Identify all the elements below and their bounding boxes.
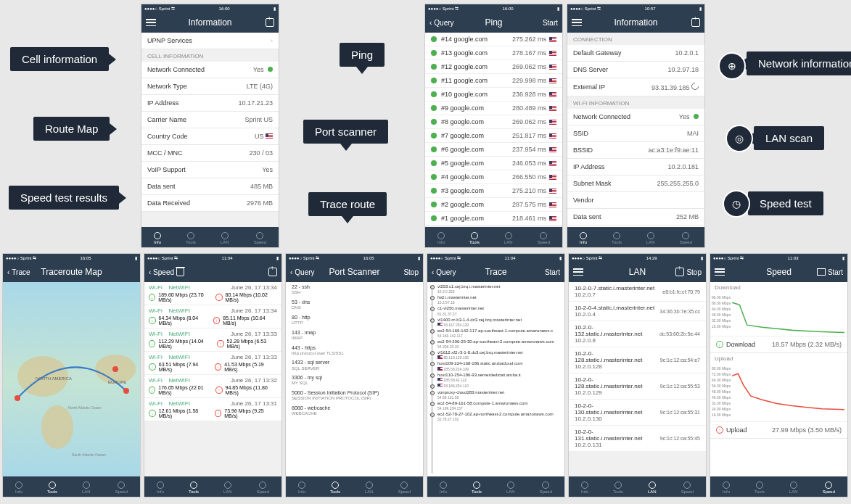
tab-tools[interactable]: Tools bbox=[189, 482, 199, 494]
label-ping: Ping bbox=[340, 43, 385, 67]
share-button[interactable] bbox=[268, 268, 277, 276]
nav-title: Information bbox=[567, 17, 704, 28]
phone-lan: ●●●●○ Sprint ⇋14:29▮ LAN Stop 10-2-0-7.s… bbox=[568, 253, 707, 497]
back-button[interactable]: ‹ Trace bbox=[7, 268, 30, 276]
lan-device-row[interactable]: 10-2-0-131.static.i.masterinter.net10.2.… bbox=[569, 426, 706, 452]
book-button[interactable] bbox=[817, 268, 826, 276]
back-button[interactable]: ‹ Speed bbox=[149, 268, 174, 276]
menu-button[interactable] bbox=[146, 19, 156, 26]
tab-speed[interactable]: Speed bbox=[823, 482, 835, 494]
lan-device-row[interactable]: 10-2-0-130.static.i.masterinter.net10.2.… bbox=[569, 400, 706, 426]
trash-button[interactable] bbox=[176, 268, 184, 276]
tab-info[interactable]: Info bbox=[157, 482, 164, 494]
tab-lan[interactable]: LAN bbox=[646, 232, 655, 244]
trace-hop: 93.186.254.110 bbox=[430, 383, 562, 389]
tab-info[interactable]: Info bbox=[723, 482, 730, 494]
back-button[interactable]: ‹ Query bbox=[432, 268, 456, 276]
tab-lan[interactable]: LAN bbox=[506, 482, 515, 494]
start-button[interactable]: Start bbox=[543, 19, 558, 27]
tab-speed[interactable]: Speed bbox=[257, 482, 269, 494]
share-button[interactable] bbox=[266, 18, 274, 27]
lan-device-row[interactable]: 10-2-0-128.static.i.masterinter.net10.2.… bbox=[569, 347, 706, 373]
tab-lan[interactable]: LAN bbox=[789, 482, 798, 494]
row-upnp[interactable]: UPNP Services› bbox=[141, 33, 279, 49]
share-button[interactable] bbox=[675, 268, 684, 276]
speed-result-row[interactable]: Wi-Fi NetWIFIJune 26, 17 13:34↓64.34 Mbp… bbox=[144, 305, 281, 329]
tab-speed[interactable]: Speed bbox=[398, 482, 411, 494]
tab-info[interactable]: Info bbox=[440, 482, 447, 494]
tab-tools[interactable]: Tools bbox=[186, 232, 196, 244]
tab-lan[interactable]: LAN bbox=[221, 232, 229, 244]
lan-device-row[interactable]: 10-2-0-132.static.i.masterinter.net10.2.… bbox=[569, 321, 706, 347]
upload-result-row: ↑Upload 27.99 Mbps (3.50 MB/s) bbox=[710, 422, 847, 439]
tab-lan[interactable]: LAN bbox=[504, 232, 513, 244]
tab-info[interactable]: Info bbox=[581, 482, 588, 494]
tab-tools[interactable]: Tools bbox=[472, 482, 482, 494]
info-row: VoIP SupportYes bbox=[141, 162, 279, 178]
phone-trace: ●●●●○ Sprint ⇋11:04▮ ‹ Query Trace Start… bbox=[427, 253, 565, 497]
tab-bar: Info Tools LAN Speed bbox=[141, 227, 279, 248]
speed-result-row[interactable]: Wi-Fi NetWIFIJune 26, 17 13:32↓176.05 Mb… bbox=[144, 375, 281, 398]
section-cell-info: CELL INFORMATION bbox=[141, 49, 279, 62]
speed-result-row[interactable]: Wi-Fi NetWIFIJune 26, 17 13:34↓189.60 Mb… bbox=[144, 282, 281, 305]
netinfo-row: Vendor bbox=[567, 192, 704, 209]
phone-ping: ●●●●○ Sprint ⇋16:00▮ ‹ Query Ping Start … bbox=[424, 4, 563, 248]
tab-speed[interactable]: Speed bbox=[115, 482, 128, 494]
tab-lan[interactable]: LAN bbox=[648, 482, 657, 494]
tab-lan[interactable]: LAN bbox=[223, 482, 232, 494]
start-button[interactable]: Start bbox=[828, 268, 843, 276]
map-view[interactable]: NORTH AMERICA EUROPE North Atlantic Ocea… bbox=[3, 282, 140, 476]
label-port-scanner: Port scanner bbox=[303, 120, 388, 144]
tab-speed[interactable]: Speed bbox=[680, 232, 692, 244]
trace-hop: vl253.c1.cej.brq.i.masterinter.net10.2.0… bbox=[430, 284, 562, 294]
tab-speed[interactable]: Speed bbox=[681, 482, 694, 494]
label-speed-results: Speed test results bbox=[9, 186, 119, 210]
stop-button[interactable]: Stop bbox=[686, 268, 702, 276]
tab-lan[interactable]: LAN bbox=[82, 482, 91, 494]
tab-speed[interactable]: Speed bbox=[538, 232, 550, 244]
tab-speed[interactable]: Speed bbox=[540, 482, 552, 494]
upload-value: 27.99 Mbps (3.50 MB/s) bbox=[772, 426, 842, 434]
back-button[interactable]: ‹ Query bbox=[429, 19, 454, 27]
info-row: Carrier NameSprint US bbox=[141, 112, 279, 128]
tab-info[interactable]: Info bbox=[580, 232, 587, 244]
tab-info[interactable]: Info bbox=[154, 232, 161, 244]
tab-tools[interactable]: Tools bbox=[47, 482, 57, 494]
svg-point-5 bbox=[112, 366, 118, 372]
tab-tools[interactable]: Tools bbox=[755, 482, 765, 494]
phone-trace-map: ●●●●○ Sprint ⇋16:05▮ ‹ Trace Traceroute … bbox=[2, 253, 141, 497]
stop-button[interactable]: Stop bbox=[403, 268, 419, 276]
start-button[interactable]: Start bbox=[545, 268, 560, 276]
tab-tools[interactable]: Tools bbox=[612, 232, 622, 244]
tab-info[interactable]: Info bbox=[298, 482, 305, 494]
lan-device-row[interactable]: 10-2-0-7.static.i.masterinter.net10.2.0.… bbox=[569, 282, 706, 302]
menu-button[interactable] bbox=[573, 268, 583, 276]
speed-result-row[interactable]: Wi-Fi NetWIFIJune 26, 17 13:33↓112.29 Mb… bbox=[144, 329, 281, 352]
tab-speed[interactable]: Speed bbox=[254, 232, 266, 244]
tab-info[interactable]: Info bbox=[437, 232, 445, 244]
refresh-icon[interactable] bbox=[690, 81, 700, 91]
speed-result-row[interactable]: Wi-Fi NetWIFIJune 26, 17 13:33↓63.51 Mbp… bbox=[144, 352, 281, 375]
speed-result-row[interactable]: Wi-Fi NetWIFIJune 26, 17 13:31↓12.61 Mbp… bbox=[144, 398, 281, 421]
phone-speed-test: ●●●●○ Sprint ⇋11:03▮ Speed Start Downloa… bbox=[710, 253, 848, 497]
back-button[interactable]: ‹ Query bbox=[290, 268, 315, 276]
tab-tools[interactable]: Tools bbox=[613, 482, 623, 494]
tab-info[interactable]: Info bbox=[15, 482, 22, 494]
lan-device-row[interactable]: 10-2-0-4.static.i.masterinter.net10.2.0.… bbox=[569, 302, 706, 321]
svg-point-2 bbox=[41, 405, 73, 449]
tab-lan[interactable]: LAN bbox=[365, 482, 374, 494]
tab-tools[interactable]: Tools bbox=[469, 232, 480, 244]
netinfo-row: Network ConnectedYes bbox=[567, 109, 704, 125]
svg-text:North Atlantic Ocean: North Atlantic Ocean bbox=[68, 405, 102, 410]
ping-row: #8 google.com269.062 ms bbox=[425, 115, 562, 129]
menu-button[interactable] bbox=[715, 268, 725, 276]
lan-device-row[interactable]: 10-2-0-128.static.i.masterinter.net10.2.… bbox=[569, 373, 706, 400]
nav-title: Information bbox=[141, 17, 279, 28]
share-button[interactable] bbox=[691, 18, 700, 27]
menu-button[interactable] bbox=[572, 19, 582, 26]
section-wifi: WI-FI INFORMATION bbox=[567, 96, 704, 109]
tab-tools[interactable]: Tools bbox=[330, 482, 340, 494]
trace-hop: ec2-54-89-161-58.compute-1.amazonaws.com… bbox=[430, 400, 562, 411]
port-row: 143 - imapIMAP bbox=[286, 328, 423, 343]
port-row: 443 - httpshttp protocol over TLS/SSL bbox=[286, 343, 423, 358]
